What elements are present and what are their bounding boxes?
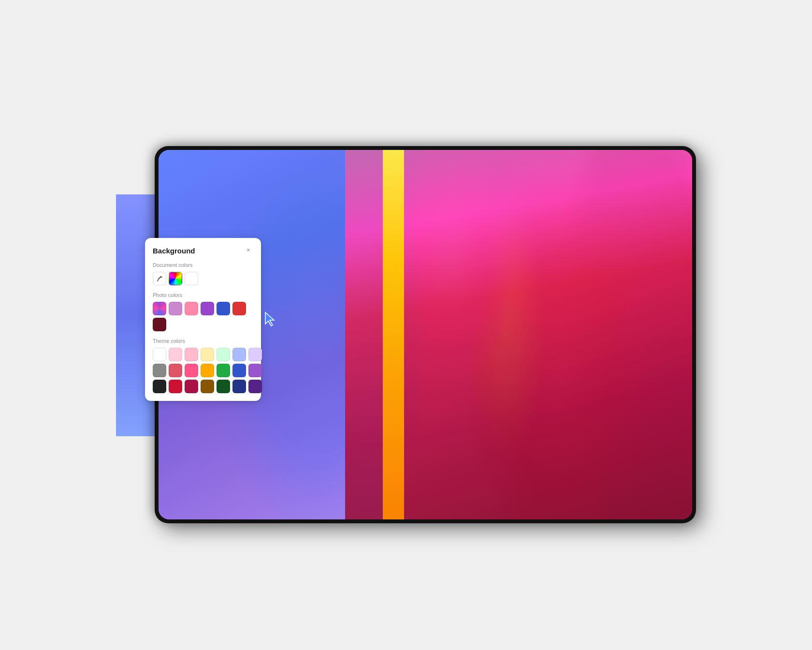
- theme-blue[interactable]: [232, 364, 246, 377]
- eyedropper-icon: [157, 276, 163, 282]
- theme-purple[interactable]: [248, 364, 262, 377]
- photo-color-pink[interactable]: [185, 302, 198, 315]
- svg-point-0: [157, 280, 158, 281]
- photo-color-purple[interactable]: [201, 302, 214, 315]
- theme-green[interactable]: [217, 364, 230, 377]
- photo-color-light-purple[interactable]: [169, 302, 182, 315]
- panel-header: Background ×: [153, 246, 253, 255]
- document-colors-row: [153, 272, 253, 285]
- theme-dark-red[interactable]: [169, 380, 182, 393]
- theme-dark-brown[interactable]: [201, 380, 214, 393]
- theme-light-yellow[interactable]: [201, 348, 214, 361]
- theme-light-purple[interactable]: [248, 348, 262, 361]
- theme-white[interactable]: [153, 348, 166, 361]
- theme-light-pink[interactable]: [169, 348, 182, 361]
- theme-dark-pink[interactable]: [169, 364, 182, 377]
- photo-colors-label: Photo colors: [153, 292, 253, 298]
- theme-dark-green[interactable]: [217, 380, 230, 393]
- theme-orange[interactable]: [201, 364, 214, 377]
- background-panel: Background × Document colors Photo color…: [145, 238, 261, 401]
- photo-color-red[interactable]: [232, 302, 246, 315]
- eyedropper-button[interactable]: [153, 272, 166, 285]
- photo-color-multicolor[interactable]: [153, 302, 166, 315]
- theme-dark-purple[interactable]: [248, 380, 262, 393]
- photo-color-dark-red[interactable]: [153, 318, 166, 331]
- panel-title: Background: [153, 247, 195, 255]
- theme-black[interactable]: [153, 380, 166, 393]
- document-colors-label: Document colors: [153, 262, 253, 268]
- photo-colors-row: [153, 302, 253, 331]
- close-button[interactable]: ×: [244, 246, 253, 255]
- theme-dark-blue[interactable]: [232, 380, 246, 393]
- theme-dark-maroon[interactable]: [185, 380, 198, 393]
- theme-light-blue[interactable]: [232, 348, 246, 361]
- theme-gray[interactable]: [153, 364, 166, 377]
- theme-colors-label: Theme colors: [153, 338, 253, 344]
- white-swatch[interactable]: [185, 272, 198, 285]
- theme-light-rose[interactable]: [185, 348, 198, 361]
- bg-yellow-stripe: [383, 150, 404, 519]
- theme-light-green[interactable]: [217, 348, 230, 361]
- theme-hot-pink[interactable]: [185, 364, 198, 377]
- gradient-swatch[interactable]: [169, 272, 182, 285]
- theme-colors-grid: [153, 348, 253, 393]
- photo-color-blue[interactable]: [217, 302, 230, 315]
